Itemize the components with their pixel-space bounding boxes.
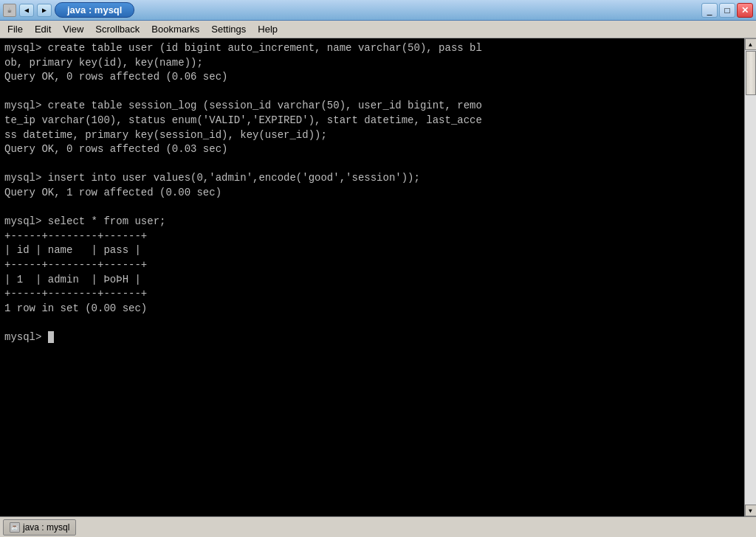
title-bar: ☕ ◀ ▶ java : mysql _ □ ✕ <box>0 0 756 21</box>
minimize-button[interactable]: _ <box>701 3 718 18</box>
scroll-down-button[interactable]: ▼ <box>745 505 757 516</box>
nav-back-button[interactable]: ◀ <box>19 4 34 17</box>
close-button[interactable]: ✕ <box>737 3 753 18</box>
taskbar: ☕ java : mysql <box>0 516 756 537</box>
window-controls: _ □ ✕ <box>701 3 753 18</box>
window-title: java : mysql <box>55 2 134 18</box>
menu-edit[interactable]: Edit <box>29 22 57 36</box>
menu-help[interactable]: Help <box>252 22 284 36</box>
taskbar-label: java : mysql <box>23 522 69 533</box>
menu-view[interactable]: View <box>57 22 89 36</box>
app-icon: ☕ <box>3 4 16 17</box>
taskbar-java-mysql[interactable]: ☕ java : mysql <box>3 519 76 536</box>
menu-bookmarks[interactable]: Bookmarks <box>145 22 205 36</box>
scrollbar-track[interactable] <box>745 50 756 505</box>
maximize-button[interactable]: □ <box>719 3 735 18</box>
menu-file[interactable]: File <box>1 22 29 36</box>
menu-scrollback[interactable]: Scrollback <box>89 22 145 36</box>
scroll-up-button[interactable]: ▲ <box>745 38 757 50</box>
scrollbar-thumb[interactable] <box>746 51 756 95</box>
menu-bar: File Edit View Scrollback Bookmarks Sett… <box>0 21 756 38</box>
title-bar-left: ☕ ◀ ▶ java : mysql <box>3 2 134 18</box>
taskbar-app-icon: ☕ <box>10 522 20 533</box>
terminal-container: mysql> create table user (id bigint auto… <box>0 38 756 516</box>
menu-settings[interactable]: Settings <box>205 22 252 36</box>
nav-forward-button[interactable]: ▶ <box>37 4 52 17</box>
terminal-output[interactable]: mysql> create table user (id bigint auto… <box>0 38 744 516</box>
vertical-scrollbar[interactable]: ▲ ▼ <box>744 38 756 516</box>
